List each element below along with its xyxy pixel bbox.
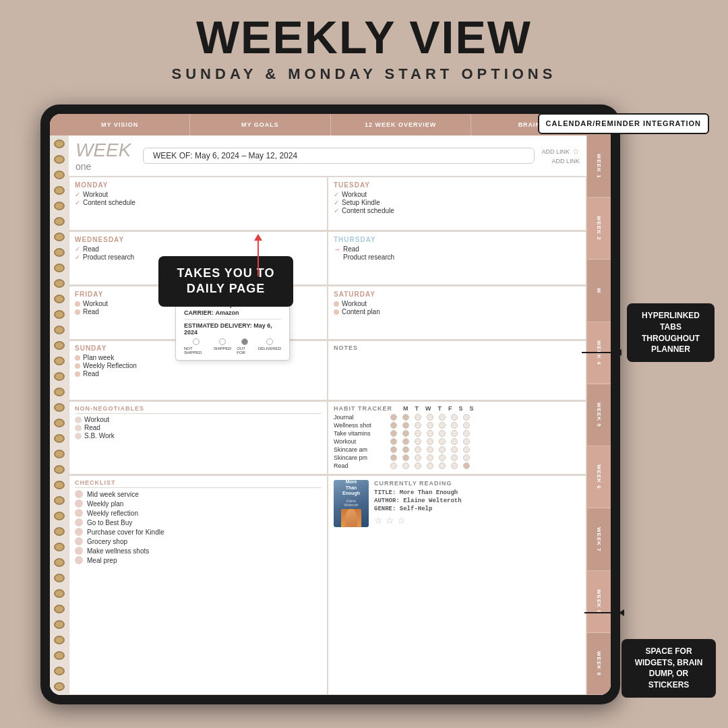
habit-circle[interactable] [451, 438, 458, 445]
bullet-icon [75, 425, 82, 431]
habit-circle[interactable] [439, 454, 446, 461]
add-link-label-1[interactable]: ADD LINK [541, 148, 570, 155]
habit-circle[interactable] [415, 462, 421, 469]
habit-circle[interactable] [415, 446, 421, 453]
right-tab-week2[interactable]: WEEK 2 [587, 198, 611, 260]
star-icon-1[interactable]: ☆ [572, 147, 580, 156]
tab-my-goals[interactable]: MY GOALS [190, 114, 330, 135]
habit-circle[interactable] [439, 438, 446, 445]
habit-circle[interactable] [427, 446, 433, 453]
habit-circle[interactable] [390, 414, 397, 421]
check-circle-icon[interactable] [75, 518, 83, 526]
task-label: Workout [342, 191, 367, 198]
spiral-ring [54, 574, 65, 582]
tab-my-vision[interactable]: MY VISION [50, 114, 190, 135]
habit-circle[interactable] [451, 446, 458, 453]
habit-circle[interactable] [463, 462, 470, 469]
habit-circle[interactable] [439, 414, 446, 421]
habit-day-m: M [403, 405, 408, 412]
checklist-item-6: Grocery shop [75, 537, 322, 545]
habit-circle[interactable] [402, 446, 409, 453]
habit-circle[interactable] [463, 422, 470, 429]
right-tab-week8[interactable]: WEEK 8 [587, 571, 611, 633]
habit-circle[interactable] [439, 462, 446, 469]
habit-circle[interactable] [427, 438, 433, 445]
habit-circle[interactable] [427, 430, 433, 437]
habit-circle[interactable] [390, 454, 397, 461]
spiral-ring [54, 558, 65, 567]
item-label: Workout [84, 416, 109, 423]
habit-circle[interactable] [402, 438, 409, 445]
check-circle-icon[interactable] [75, 556, 83, 564]
check-circle-icon[interactable] [75, 547, 83, 555]
star-rating-3[interactable]: ☆ [397, 515, 406, 526]
callout-daily-page: TAKES YOU TO DAILY PAGE [158, 256, 293, 307]
habit-circle[interactable] [451, 414, 458, 421]
add-link-row-2[interactable]: ADD LINK [551, 158, 580, 164]
right-tab-week1[interactable]: WEEK 1 [587, 135, 611, 198]
habit-circle[interactable] [390, 462, 397, 469]
star-rating-1[interactable]: ☆ [374, 515, 383, 526]
habit-circle[interactable] [463, 414, 470, 421]
tab-12-week-overview[interactable]: 12 WEEK OVERVIEW [331, 114, 471, 135]
habit-circle[interactable] [427, 462, 433, 469]
right-tab-week3[interactable]: W [587, 260, 611, 322]
spiral-ring [54, 310, 65, 319]
right-tab-week9[interactable]: WEEK 9 [587, 633, 611, 695]
habit-circle[interactable] [451, 430, 458, 437]
add-link-row-1[interactable]: ADD LINK ☆ [541, 147, 580, 156]
habit-circle[interactable] [439, 430, 446, 437]
check-circle-icon[interactable] [75, 490, 83, 498]
habit-circle[interactable] [390, 430, 397, 437]
habit-circle[interactable] [390, 422, 397, 429]
week-of-box[interactable]: WEEK OF: May 6, 2024 – May 12, 2024 [143, 148, 535, 164]
star-rating-2[interactable]: ☆ [386, 515, 394, 526]
habit-circle[interactable] [415, 454, 421, 461]
habit-circle[interactable] [439, 446, 446, 453]
right-tab-week5[interactable]: WEEK 5 [587, 384, 611, 446]
spiral-ring [54, 186, 65, 195]
habit-circle[interactable] [415, 414, 421, 421]
habit-circle[interactable] [439, 422, 446, 429]
habit-circle[interactable] [463, 438, 470, 445]
right-tab-week6[interactable]: WEEK 6 [587, 446, 611, 508]
spiral-ring [54, 248, 65, 257]
habit-circle[interactable] [402, 462, 409, 469]
non-neg-item-1: Workout [75, 416, 322, 423]
check-circle-icon[interactable] [75, 509, 83, 517]
habit-circle[interactable] [463, 430, 470, 437]
checklist-text: Meal prep [87, 557, 117, 564]
habit-circle[interactable] [415, 430, 421, 437]
habit-circle[interactable] [427, 422, 433, 429]
habit-circle[interactable] [402, 422, 409, 429]
tuesday-cell: TUESDAY ✓ Workout ✓ Setup Kindle ✓ Conte… [328, 177, 586, 231]
habit-circle[interactable] [451, 422, 458, 429]
habit-circle[interactable] [402, 430, 409, 437]
habit-circle[interactable] [390, 446, 397, 453]
book-cover-author: ElaineWelteroth [344, 499, 358, 507]
daily-arrow-line [257, 239, 259, 276]
habit-circle[interactable] [402, 454, 409, 461]
habit-circle[interactable] [415, 438, 421, 445]
habit-day-t2: T [438, 405, 442, 412]
habit-circle[interactable] [463, 454, 470, 461]
task-label: Read [343, 245, 359, 253]
task-label: Read [83, 370, 99, 377]
habit-circle[interactable] [451, 462, 458, 469]
navigation-tabs: MY VISION MY GOALS 12 WEEK OVERVIEW BRAI… [50, 114, 611, 135]
add-link-label-2[interactable]: ADD LINK [551, 158, 580, 164]
habit-circle[interactable] [427, 414, 433, 421]
carrier-label: CARRIER: [184, 309, 214, 316]
check-circle-icon[interactable] [75, 537, 83, 545]
habit-circle[interactable] [451, 454, 458, 461]
checklist-item-2: Weekly plan [75, 499, 322, 508]
habit-name: Read [334, 462, 388, 469]
check-circle-icon[interactable] [75, 528, 83, 536]
habit-circle[interactable] [390, 438, 397, 445]
habit-circle[interactable] [415, 422, 421, 429]
check-circle-icon[interactable] [75, 499, 83, 508]
habit-circle[interactable] [427, 454, 433, 461]
habit-circle[interactable] [402, 414, 409, 421]
right-tab-week7[interactable]: WEEK 7 [587, 508, 611, 570]
habit-circle[interactable] [463, 446, 470, 453]
